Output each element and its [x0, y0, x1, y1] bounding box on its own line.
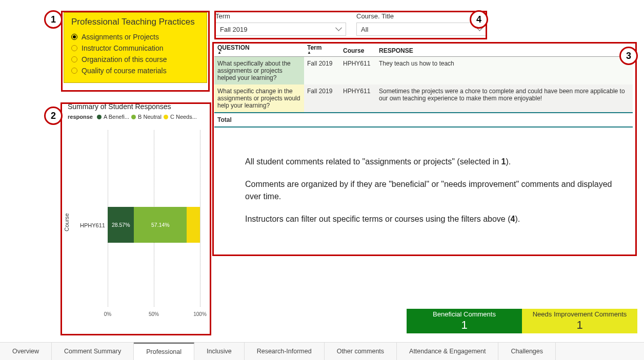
- callout-badge-1: 1: [44, 10, 63, 29]
- table-cell: Fall 2019: [304, 57, 340, 85]
- radio-icon: [71, 45, 77, 51]
- y-axis-label: Course: [64, 213, 70, 231]
- x-tick-0: 0%: [104, 311, 111, 317]
- radio-icon: [71, 56, 77, 62]
- ptp-option-quality-materials[interactable]: Quality of course materials: [71, 65, 199, 76]
- callout-badge-2: 2: [44, 107, 63, 125]
- callout-badge-4: 4: [470, 10, 488, 29]
- table-row[interactable]: What specific change in the assignments …: [214, 84, 633, 113]
- chart-plot-area: Course HPHY611 28.57% 57.14% 0% 50% 100%: [73, 125, 210, 320]
- th-response[interactable]: RESPONSE: [376, 42, 633, 57]
- ptp-title: Professional Teaching Practices: [71, 17, 199, 27]
- ptp-option-label: Assignments or Projects: [82, 33, 159, 41]
- term-dropdown[interactable]: Fall 2019: [215, 23, 346, 36]
- tab-challenges[interactable]: Challenges: [498, 343, 556, 360]
- filter-course: Course. Title All: [356, 12, 487, 36]
- term-dropdown-value: Fall 2019: [220, 26, 247, 33]
- legend-swatch-c: [164, 115, 168, 119]
- tab-attendance-engagement[interactable]: Attendance & Engagement: [397, 343, 498, 360]
- table-cell: Sometimes the projects were a chore to c…: [376, 84, 633, 113]
- table-cell: Fall 2019: [304, 84, 340, 113]
- legend-series-a: A Benefi...: [104, 114, 129, 120]
- course-dropdown-value: All: [361, 26, 368, 33]
- filters-panel: Term Fall 2019 Course. Title All: [215, 12, 487, 36]
- x-tick-100: 100%: [193, 311, 207, 317]
- ptp-option-assignments[interactable]: Assignments or Projects: [71, 31, 199, 43]
- kpi-needs-label: Needs Improvement Comments: [522, 310, 637, 319]
- sort-indicator-icon: ▲: [307, 51, 337, 54]
- ptp-option-label: Instructor Communication: [82, 44, 164, 52]
- bar-segment-b: 57.14%: [134, 207, 187, 243]
- kpi-needs-value: 1: [522, 319, 637, 332]
- th-question[interactable]: QUESTION ▲: [214, 42, 304, 57]
- chart-legend: response A Benefi... B Neutral C Needs..…: [64, 114, 210, 120]
- bar-segment-c: [187, 207, 200, 243]
- legend-swatch-a: [97, 115, 102, 119]
- chart-title: Summary of Student Responses: [64, 102, 210, 111]
- comments-panel: QUESTION ▲ Term ▲ Course RESPONSE What s…: [214, 42, 633, 236]
- tab-other-comments[interactable]: Other comments: [325, 343, 397, 360]
- ptp-option-label: Organization of this course: [82, 55, 167, 63]
- radio-icon: [71, 68, 77, 74]
- th-course[interactable]: Course: [340, 42, 376, 57]
- x-tick-50: 50%: [149, 311, 159, 317]
- ptp-option-instructor-communication[interactable]: Instructor Communication: [71, 43, 199, 54]
- kpi-needs-improvement[interactable]: Needs Improvement Comments 1: [522, 309, 637, 333]
- ptp-option-label: Quality of course materials: [82, 67, 167, 75]
- legend-axis-label: response: [68, 114, 93, 120]
- kpi-beneficial-label: Beneficial Comments: [407, 310, 522, 319]
- table-cell: What specifically about the assignments …: [214, 57, 304, 85]
- filter-course-label: Course. Title: [356, 12, 487, 20]
- radio-icon: [71, 34, 77, 40]
- description-text: All student comments related to "assignm…: [214, 156, 633, 225]
- table-cell: HPHY611: [340, 57, 376, 85]
- tab-inclusive[interactable]: Inclusive: [194, 343, 245, 360]
- th-term[interactable]: Term ▲: [304, 42, 340, 57]
- table-row[interactable]: What specifically about the assignments …: [214, 57, 633, 85]
- kpi-beneficial[interactable]: Beneficial Comments 1: [407, 309, 522, 333]
- legend-series-c: C Needs...: [170, 114, 197, 120]
- filter-term-label: Term: [215, 12, 346, 20]
- table-cell: What specific change in the assignments …: [214, 84, 304, 113]
- category-label: HPHY611: [80, 222, 105, 228]
- comments-table: QUESTION ▲ Term ▲ Course RESPONSE What s…: [214, 42, 633, 128]
- kpi-container: Beneficial Comments 1 Needs Improvement …: [407, 309, 637, 333]
- total-row: Total: [214, 113, 633, 127]
- gridline: [200, 130, 200, 307]
- tab-research-informed[interactable]: Research-Informed: [245, 343, 325, 360]
- callout-badge-3: 3: [619, 47, 638, 65]
- tab-comment-summary[interactable]: Comment Summary: [52, 343, 134, 360]
- tab-overview[interactable]: Overview: [0, 343, 52, 360]
- sort-indicator-icon: ▲: [217, 51, 301, 54]
- report-tabs: OverviewComment SummaryProfessionalInclu…: [0, 342, 644, 360]
- total-label: Total: [214, 113, 633, 127]
- stacked-bar[interactable]: 28.57% 57.14%: [108, 207, 200, 243]
- legend-series-b: B Neutral: [138, 114, 162, 120]
- legend-swatch-b: [131, 115, 136, 119]
- table-cell: HPHY611: [340, 84, 376, 113]
- bar-segment-a: 28.57%: [108, 207, 134, 243]
- kpi-beneficial-value: 1: [407, 319, 522, 332]
- professional-teaching-practices-panel: Professional Teaching Practices Assignme…: [64, 12, 207, 83]
- ptp-option-organization[interactable]: Organization of this course: [71, 54, 199, 65]
- tab-professional[interactable]: Professional: [134, 343, 194, 360]
- table-cell: They teach us how to teach: [376, 57, 633, 85]
- summary-chart-panel: Summary of Student Responses response A …: [64, 102, 210, 333]
- filter-term: Term Fall 2019: [215, 12, 346, 36]
- chevron-down-icon: [336, 28, 341, 31]
- course-dropdown[interactable]: All: [356, 23, 487, 36]
